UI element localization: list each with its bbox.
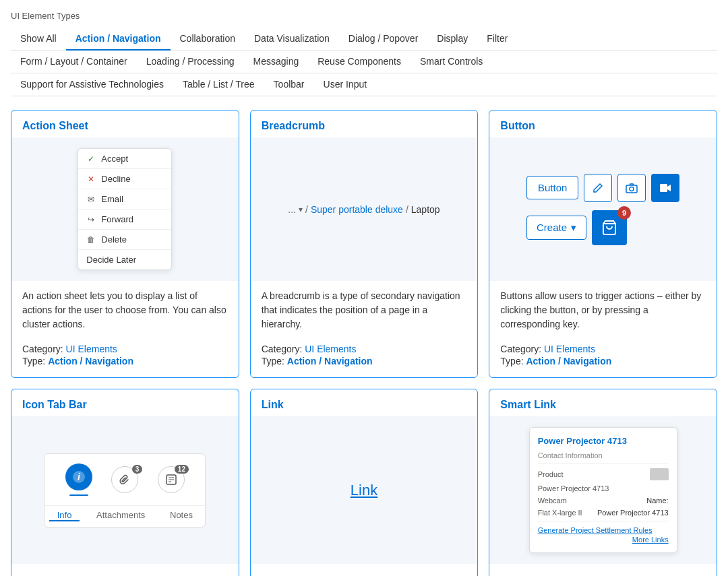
smart-link-row-webcam: Webcam Name: [538, 497, 669, 505]
card-preview-icon-tab-bar: i 3 12 [11, 416, 239, 564]
action-sheet-item-email[interactable]: ✉ Email [78, 189, 171, 210]
smart-link-row-flat: Flat X-large II Power Projector 4713 [538, 509, 669, 517]
active-indicator [69, 494, 88, 496]
smart-link-val: Name: [646, 497, 668, 505]
meta-category: Category: UI Elements [500, 344, 706, 354]
card-description: Buttons allow users to trigger actions –… [489, 281, 717, 340]
card-link: Link Link Category: UI Elements Type: Ac… [250, 389, 479, 576]
button-preview: Button [526, 174, 679, 245]
breadcrumb-mock: ... ▾ / Super portable deluxe / Laptop [288, 204, 439, 215]
outline-button[interactable]: Button [526, 176, 578, 199]
type-link[interactable]: Action / Navigation [287, 356, 373, 366]
card-preview-action-sheet: ✓ Accept ✕ Decline ✉ Email ↪ Forward 🗑 [11, 137, 239, 281]
tab-label-attachments[interactable]: Attachments [88, 510, 153, 521]
video-icon-button[interactable] [651, 174, 679, 202]
meta-type: Type: Action / Navigation [500, 356, 706, 366]
card-description [11, 564, 239, 576]
category-link[interactable]: UI Elements [544, 344, 595, 354]
card-title: Icon Tab Bar [11, 389, 239, 416]
action-sheet-item-decide[interactable]: Decide Later [78, 250, 171, 269]
card-description: An action sheet lets you to display a li… [11, 281, 239, 340]
tab-loading-processing[interactable]: Loading / Processing [137, 51, 244, 73]
tab-form-layout-container[interactable]: Form / Layout / Container [11, 51, 137, 73]
action-sheet-item-decline[interactable]: ✕ Decline [78, 169, 171, 189]
product-image [650, 468, 669, 480]
action-sheet-item-delete[interactable]: 🗑 Delete [78, 230, 171, 250]
tab-bar-labels-row: Info Attachments Notes [44, 506, 205, 527]
tab-support-assistive[interactable]: Support for Assistive Technologies [11, 73, 173, 96]
trash-icon: 🗑 [86, 235, 96, 245]
tab-messaging[interactable]: Messaging [244, 51, 309, 73]
tab-toolbar[interactable]: Toolbar [264, 73, 314, 96]
tab-label-notes[interactable]: Notes [162, 510, 201, 521]
chevron-down-icon: ▾ [571, 222, 576, 234]
card-button: Button Button [489, 110, 717, 378]
action-sheet-item-forward[interactable]: ↪ Forward [78, 210, 171, 230]
smart-link-mock: Power Projector 4713 Contact Information… [529, 427, 677, 553]
notes-badge: 12 [175, 465, 189, 474]
tab-data-visualization[interactable]: Data Visualization [245, 28, 339, 51]
card-description [489, 564, 717, 576]
breadcrumb-link-product[interactable]: Super portable deluxe [311, 204, 403, 215]
category-link[interactable]: UI Elements [66, 344, 117, 354]
tab-dialog-popover[interactable]: Dialog / Popover [339, 28, 428, 51]
smart-link-key: Power Projector 4713 [538, 484, 609, 492]
card-title: Action Sheet [11, 110, 239, 137]
tab-bar-icons-row: i 3 12 [44, 454, 205, 506]
tab-user-input[interactable]: User Input [314, 73, 377, 96]
edit-icon-button[interactable] [584, 174, 612, 202]
smart-link-footer-link[interactable]: Generate Project Settlement Rules [538, 526, 653, 534]
create-label: Create [537, 222, 567, 233]
tab-notes[interactable]: 12 [150, 463, 193, 496]
tab-action-navigation[interactable]: Action / Navigation [66, 28, 171, 51]
tab-show-all[interactable]: Show All [11, 28, 66, 51]
smart-link-row-product: Product [538, 468, 669, 480]
smart-link-more-link[interactable]: More Links [632, 536, 669, 544]
smart-link-title: Power Projector 4713 [538, 436, 669, 446]
card-title: Link [251, 389, 478, 416]
card-description: A breadcrumb is a type of secondary navi… [251, 281, 478, 340]
cart-button[interactable]: 9 [592, 210, 627, 245]
tab-info[interactable]: i [57, 461, 100, 499]
type-label: Type: [262, 356, 284, 366]
category-label: Category: [262, 344, 303, 354]
action-label: Delete [101, 234, 127, 245]
type-link[interactable]: Action / Navigation [48, 356, 133, 366]
card-title: Button [489, 110, 717, 137]
tab-attachments[interactable]: 3 [103, 463, 146, 496]
tab-label-info[interactable]: Info [49, 510, 80, 521]
tab-smart-controls[interactable]: Smart Controls [411, 51, 492, 73]
info-icon-circle: i [65, 463, 92, 490]
svg-rect-2 [660, 184, 667, 192]
tab-display[interactable]: Display [427, 28, 477, 51]
camera-icon-button[interactable] [617, 174, 646, 202]
card-preview-breadcrumb: ... ▾ / Super portable deluxe / Laptop [251, 137, 478, 281]
tab-collaboration[interactable]: Collaboration [171, 28, 245, 51]
cards-grid: Action Sheet ✓ Accept ✕ Decline ✉ Email … [11, 110, 717, 576]
smart-link-divider [538, 463, 669, 464]
filter-tabs: Show All Action / Navigation Collaborati… [11, 28, 717, 96]
smart-link-key: Flat X-large II [538, 509, 582, 517]
tab-table-list-tree[interactable]: Table / List / Tree [173, 73, 264, 96]
type-label: Type: [22, 356, 45, 366]
action-sheet-item-accept[interactable]: ✓ Accept [78, 149, 171, 169]
meta-category: Category: UI Elements [262, 344, 467, 354]
type-label: Type: [500, 356, 523, 366]
svg-rect-0 [626, 185, 637, 193]
smart-link-divider-2 [538, 521, 669, 521]
category-link[interactable]: UI Elements [305, 344, 356, 354]
smart-link-more: More Links [538, 535, 669, 544]
tab-reuse-components[interactable]: Reuse Components [308, 51, 411, 73]
category-label: Category: [22, 344, 63, 354]
smart-link-key: Product [538, 470, 564, 478]
card-preview-link: Link [251, 416, 478, 564]
button-row-1: Button [526, 174, 679, 202]
create-button[interactable]: Create ▾ [526, 216, 586, 240]
smart-link-key: Webcam [538, 497, 567, 505]
card-icon-tab-bar: Icon Tab Bar i 3 [11, 389, 239, 576]
link-mock[interactable]: Link [351, 482, 377, 499]
tab-bar-mock: i 3 12 [44, 453, 206, 527]
tab-filter[interactable]: Filter [477, 28, 517, 51]
type-link[interactable]: Action / Navigation [526, 356, 611, 366]
breadcrumb-current: Laptop [411, 204, 440, 215]
